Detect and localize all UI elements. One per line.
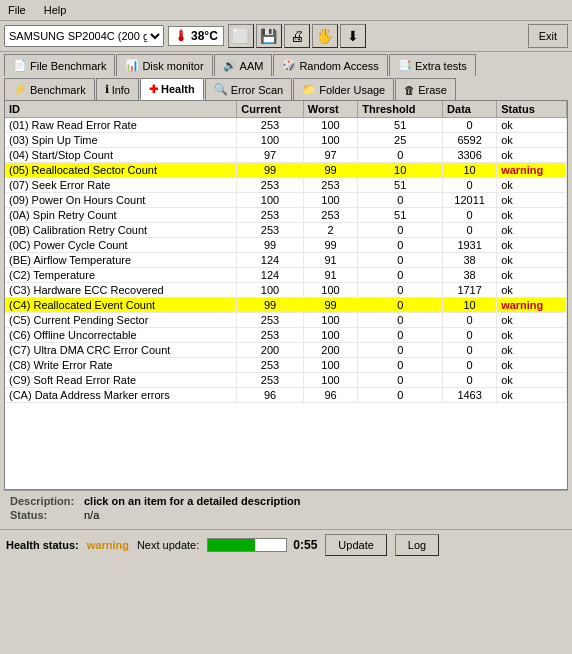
tab-folder-usage-label: Folder Usage — [319, 84, 385, 96]
tab-disk-monitor-label: Disk monitor — [142, 60, 203, 72]
col-worst: Worst — [303, 101, 358, 118]
cell-current: 99 — [237, 298, 303, 313]
cell-data: 0 — [443, 313, 497, 328]
tab-benchmark[interactable]: ⚡ Benchmark — [4, 78, 95, 100]
table-row[interactable]: (07) Seek Error Rate 253 253 51 0 ok — [5, 178, 567, 193]
down-icon[interactable]: ⬇ — [340, 24, 366, 48]
table-row[interactable]: (03) Spin Up Time 100 100 25 6592 ok — [5, 133, 567, 148]
status-label: Status: — [10, 509, 80, 521]
table-row[interactable]: (BE) Airflow Temperature 124 91 0 38 ok — [5, 253, 567, 268]
col-id: ID — [5, 101, 237, 118]
table-row[interactable]: (C4) Reallocated Event Count 99 99 0 10 … — [5, 298, 567, 313]
cell-worst: 253 — [303, 178, 358, 193]
table-row[interactable]: (01) Raw Read Error Rate 253 100 51 0 ok — [5, 118, 567, 133]
cell-status: ok — [497, 283, 567, 298]
exit-button[interactable]: Exit — [528, 24, 568, 48]
cell-worst: 100 — [303, 118, 358, 133]
cell-id: (C5) Current Pending Sector — [5, 313, 237, 328]
cell-threshold: 0 — [358, 328, 443, 343]
table-row[interactable]: (0B) Calibration Retry Count 253 2 0 0 o… — [5, 223, 567, 238]
tab-folder-usage[interactable]: 📁 Folder Usage — [293, 78, 394, 100]
tab-erase[interactable]: 🗑 Erase — [395, 78, 456, 100]
cell-worst: 91 — [303, 253, 358, 268]
cell-status: ok — [497, 238, 567, 253]
cell-id: (0A) Spin Retry Count — [5, 208, 237, 223]
cell-worst: 100 — [303, 133, 358, 148]
cell-id: (05) Reallocated Sector Count — [5, 163, 237, 178]
cell-status: ok — [497, 148, 567, 163]
table-row[interactable]: (04) Start/Stop Count 97 97 0 3306 ok — [5, 148, 567, 163]
cell-status: ok — [497, 118, 567, 133]
cell-worst: 99 — [303, 238, 358, 253]
cell-current: 97 — [237, 148, 303, 163]
tab-extra-tests[interactable]: 📑 Extra tests — [389, 54, 476, 76]
cell-id: (04) Start/Stop Count — [5, 148, 237, 163]
tab-file-benchmark[interactable]: 📄 File Benchmark — [4, 54, 115, 76]
table-row[interactable]: (C8) Write Error Rate 253 100 0 0 ok — [5, 358, 567, 373]
table-row[interactable]: (C9) Soft Read Error Rate 253 100 0 0 ok — [5, 373, 567, 388]
toolbar: SAMSUNG SP2004C (200 gB) 🌡 38°C ⬜ 💾 🖨 🖐 … — [0, 21, 572, 52]
cell-id: (C4) Reallocated Event Count — [5, 298, 237, 313]
copy-icon[interactable]: ⬜ — [228, 24, 254, 48]
table-row[interactable]: (05) Reallocated Sector Count 99 99 10 1… — [5, 163, 567, 178]
cell-id: (09) Power On Hours Count — [5, 193, 237, 208]
menu-help[interactable]: Help — [40, 2, 71, 18]
cell-current: 253 — [237, 358, 303, 373]
smart-table: ID Current Worst Threshold Data Status (… — [5, 101, 567, 403]
cell-status: ok — [497, 193, 567, 208]
cell-current: 124 — [237, 268, 303, 283]
col-current: Current — [237, 101, 303, 118]
description-row: Description: click on an item for a deta… — [10, 495, 562, 507]
cell-current: 124 — [237, 253, 303, 268]
table-row[interactable]: (C5) Current Pending Sector 253 100 0 0 … — [5, 313, 567, 328]
description-label: Description: — [10, 495, 80, 507]
cell-status: ok — [497, 358, 567, 373]
cell-id: (07) Seek Error Rate — [5, 178, 237, 193]
table-row[interactable]: (0A) Spin Retry Count 253 253 51 0 ok — [5, 208, 567, 223]
table-row[interactable]: (C7) Ultra DMA CRC Error Count 200 200 0… — [5, 343, 567, 358]
timer-value: 0:55 — [293, 538, 317, 552]
cell-status: warning — [497, 163, 567, 178]
random-icon: 🎲 — [282, 59, 296, 72]
tab-health[interactable]: ✚ Health — [140, 78, 204, 100]
cell-threshold: 0 — [358, 358, 443, 373]
table-row[interactable]: (C2) Temperature 124 91 0 38 ok — [5, 268, 567, 283]
smart-table-container[interactable]: ID Current Worst Threshold Data Status (… — [4, 100, 568, 490]
cell-id: (C9) Soft Read Error Rate — [5, 373, 237, 388]
tab-error-scan[interactable]: 🔍 Error Scan — [205, 78, 293, 100]
cell-threshold: 0 — [358, 268, 443, 283]
tab-random-access[interactable]: 🎲 Random Access — [273, 54, 387, 76]
cell-id: (01) Raw Read Error Rate — [5, 118, 237, 133]
thermometer-icon: 🌡 — [174, 28, 188, 44]
table-row[interactable]: (CA) Data Address Marker errors 96 96 0 … — [5, 388, 567, 403]
update-button[interactable]: Update — [325, 534, 386, 556]
tab-aam[interactable]: 🔊 AAM — [214, 54, 273, 76]
cell-data: 12011 — [443, 193, 497, 208]
cell-threshold: 51 — [358, 178, 443, 193]
tab-health-label: Health — [161, 83, 195, 95]
print-icon[interactable]: 🖨 — [284, 24, 310, 48]
cell-data: 38 — [443, 268, 497, 283]
cell-id: (0C) Power Cycle Count — [5, 238, 237, 253]
table-row[interactable]: (09) Power On Hours Count 100 100 0 1201… — [5, 193, 567, 208]
folder-icon: 📁 — [302, 83, 316, 96]
table-row[interactable]: (C6) Offline Uncorrectable 253 100 0 0 o… — [5, 328, 567, 343]
tab-disk-monitor[interactable]: 📊 Disk monitor — [116, 54, 212, 76]
cell-status: ok — [497, 388, 567, 403]
cell-data: 10 — [443, 163, 497, 178]
table-row[interactable]: (C3) Hardware ECC Recovered 100 100 0 17… — [5, 283, 567, 298]
progress-fill — [208, 539, 255, 551]
tab-error-scan-label: Error Scan — [231, 84, 284, 96]
save-icon[interactable]: 💾 — [256, 24, 282, 48]
hand-icon[interactable]: 🖐 — [312, 24, 338, 48]
drive-selector[interactable]: SAMSUNG SP2004C (200 gB) — [4, 25, 164, 47]
log-button[interactable]: Log — [395, 534, 439, 556]
cell-current: 253 — [237, 208, 303, 223]
tab-info[interactable]: ℹ Info — [96, 78, 139, 100]
cell-worst: 100 — [303, 283, 358, 298]
menu-file[interactable]: File — [4, 2, 30, 18]
tab-benchmark-label: Benchmark — [30, 84, 86, 96]
table-row[interactable]: (0C) Power Cycle Count 99 99 0 1931 ok — [5, 238, 567, 253]
status-row: Status: n/a — [10, 509, 562, 521]
cell-data: 38 — [443, 253, 497, 268]
